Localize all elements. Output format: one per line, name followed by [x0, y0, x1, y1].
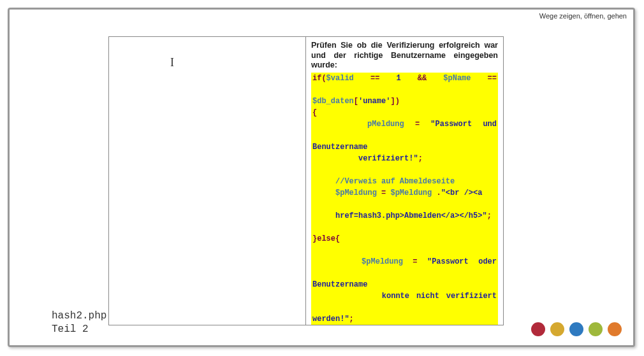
slide-frame: Wege zeigen, öffnen, gehen I Prüfen Sie … [8, 8, 635, 347]
footer-file: hash2.php [52, 310, 106, 323]
tagline: Wege zeigen, öffnen, gehen [539, 12, 627, 20]
footer-part: Teil 2 [52, 323, 106, 336]
dot-orange [608, 322, 622, 336]
code-line [312, 245, 497, 256]
instruction-text: Prüfen Sie ob die Verifizierung erfolgre… [311, 41, 498, 71]
dot-red [531, 322, 545, 336]
code-line: konnte nicht verifiziert [312, 290, 497, 313]
dot-green [589, 322, 603, 336]
code-line: $pMeldung = "Passwort oder [312, 256, 497, 279]
footer-label: hash2.php Teil 2 [52, 310, 106, 336]
code-line [312, 199, 497, 210]
code-line: { [312, 107, 497, 118]
text-cursor-icon: I [170, 56, 174, 69]
code-block: if($valid == 1 && $pName == $db_daten['u… [311, 73, 498, 325]
dot-gold [550, 322, 564, 336]
right-column: Prüfen Sie ob die Verifizierung erfolgre… [306, 37, 503, 325]
code-line: pMeldung = "Passwort und [312, 118, 497, 141]
code-line: $db_daten['uname']) [312, 96, 497, 107]
code-line: Benutzername [312, 279, 497, 290]
code-line [312, 164, 497, 176]
code-line: verifiziert!"; [312, 153, 497, 164]
content-box: I Prüfen Sie ob die Verifizierung erfolg… [108, 36, 504, 325]
code-line: href=hash3.php>Abmelden</a></h5>"; [312, 210, 497, 222]
code-line: $pMeldung = $pMeldung ."<br /><a [312, 187, 497, 199]
color-dots [531, 322, 622, 336]
code-line: if($valid == 1 && $pName == [312, 73, 497, 96]
code-line [312, 222, 497, 233]
left-column: I [109, 37, 306, 325]
code-line: //Verweis auf Abmeldeseite [312, 176, 497, 187]
dot-blue [569, 322, 583, 336]
code-line: }else{ [312, 233, 497, 245]
code-line: Benutzername [312, 141, 497, 153]
code-line: werden!"; [312, 313, 497, 325]
